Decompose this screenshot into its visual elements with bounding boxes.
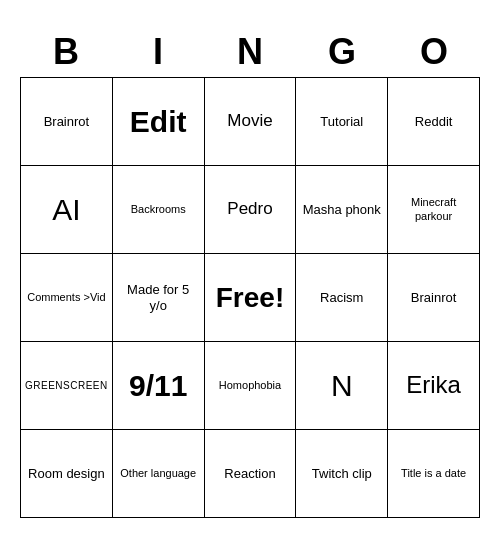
- cell-text-15: GREENSCREEN: [25, 380, 108, 392]
- bingo-cell-12: Free!: [205, 254, 297, 342]
- cell-text-3: Tutorial: [320, 114, 363, 130]
- letter-i: I: [112, 26, 204, 77]
- cell-text-20: Room design: [28, 466, 105, 482]
- cell-text-23: Twitch clip: [312, 466, 372, 482]
- cell-text-2: Movie: [227, 111, 272, 131]
- cell-text-10: Comments >Vid: [27, 291, 105, 304]
- cell-text-8: Masha phonk: [303, 202, 381, 218]
- cell-text-12: Free!: [216, 281, 284, 315]
- bingo-cell-0: Brainrot: [21, 78, 113, 166]
- cell-text-9: Minecraft parkour: [392, 196, 475, 222]
- bingo-cell-19: Erika: [388, 342, 480, 430]
- bingo-cell-8: Masha phonk: [296, 166, 388, 254]
- cell-text-16: 9/11: [129, 368, 187, 404]
- bingo-cell-3: Tutorial: [296, 78, 388, 166]
- bingo-cell-9: Minecraft parkour: [388, 166, 480, 254]
- bingo-cell-21: Other language: [113, 430, 205, 518]
- bingo-cell-14: Brainrot: [388, 254, 480, 342]
- cell-text-21: Other language: [120, 467, 196, 480]
- letter-b: B: [20, 26, 112, 77]
- cell-text-0: Brainrot: [44, 114, 90, 130]
- bingo-cell-13: Racism: [296, 254, 388, 342]
- letter-g: G: [296, 26, 388, 77]
- bingo-header: B I N G O: [20, 26, 480, 77]
- bingo-grid: BrainrotEditMovieTutorialRedditAIBackroo…: [20, 77, 480, 518]
- bingo-cell-7: Pedro: [205, 166, 297, 254]
- bingo-cell-4: Reddit: [388, 78, 480, 166]
- bingo-cell-1: Edit: [113, 78, 205, 166]
- bingo-cell-6: Backrooms: [113, 166, 205, 254]
- bingo-cell-16: 9/11: [113, 342, 205, 430]
- cell-text-4: Reddit: [415, 114, 453, 130]
- bingo-card: B I N G O BrainrotEditMovieTutorialReddi…: [20, 26, 480, 518]
- bingo-cell-24: Title is a date: [388, 430, 480, 518]
- bingo-cell-23: Twitch clip: [296, 430, 388, 518]
- cell-text-14: Brainrot: [411, 290, 457, 306]
- cell-text-24: Title is a date: [401, 467, 466, 480]
- bingo-cell-15: GREENSCREEN: [21, 342, 113, 430]
- cell-text-18: N: [331, 368, 353, 404]
- cell-text-7: Pedro: [227, 199, 272, 219]
- cell-text-1: Edit: [130, 104, 187, 140]
- bingo-cell-10: Comments >Vid: [21, 254, 113, 342]
- bingo-cell-20: Room design: [21, 430, 113, 518]
- cell-text-5: AI: [52, 192, 80, 228]
- letter-n: N: [204, 26, 296, 77]
- bingo-cell-5: AI: [21, 166, 113, 254]
- bingo-cell-17: Homophobia: [205, 342, 297, 430]
- cell-text-22: Reaction: [224, 466, 275, 482]
- cell-text-6: Backrooms: [131, 203, 186, 216]
- cell-text-17: Homophobia: [219, 379, 281, 392]
- bingo-cell-2: Movie: [205, 78, 297, 166]
- bingo-cell-11: Made for 5 y/o: [113, 254, 205, 342]
- cell-text-13: Racism: [320, 290, 363, 306]
- bingo-cell-22: Reaction: [205, 430, 297, 518]
- bingo-cell-18: N: [296, 342, 388, 430]
- cell-text-19: Erika: [406, 371, 461, 400]
- letter-o: O: [388, 26, 480, 77]
- cell-text-11: Made for 5 y/o: [117, 282, 200, 313]
